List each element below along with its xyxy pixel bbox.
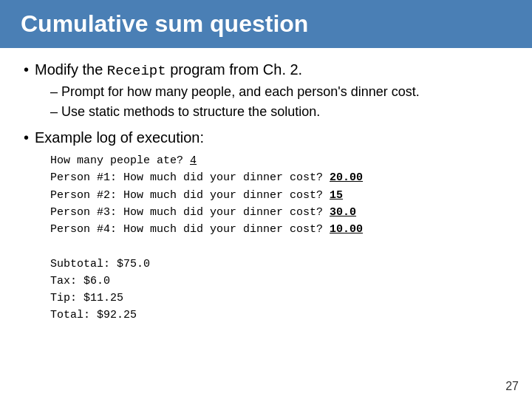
code-line-4-pre: Person #3: How much did your dinner cost… [50,206,330,219]
code-line-3: Person #2: How much did your dinner cost… [50,187,508,204]
bullet-dot-2: • [24,129,29,146]
code-line-3-pre: Person #2: How much did your dinner cost… [50,189,330,202]
code-line-blank [50,238,508,255]
code-line-7: Tax: $6.0 [50,273,508,290]
code-line-3-val: 15 [330,189,343,202]
slide-content: • Modify the Receipt program from Ch. 2.… [0,48,532,377]
sub-bullet-1-1: Prompt for how many people, and each per… [50,82,508,102]
sub-bullets-1: Prompt for how many people, and each per… [50,82,508,122]
bullet-1-main: • Modify the Receipt program from Ch. 2. [24,61,508,79]
code-line-4-val: 30.0 [330,206,356,219]
bullet-2: • Example log of execution: How many peo… [24,129,508,324]
code-line-1-val: 4 [190,154,197,167]
code-line-2-pre: Person #1: How much did your dinner cost… [50,171,330,184]
code-line-8: Tip: $11.25 [50,290,508,307]
page-number: 27 [505,380,519,393]
code-line-1: How many people ate? 4 [50,152,508,169]
slide-footer: 27 [0,377,532,399]
bullet-1: • Modify the Receipt program from Ch. 2.… [24,61,508,122]
slide-title: Cumulative sum question [21,10,511,38]
code-line-9: Total: $92.25 [50,307,508,324]
slide: Cumulative sum question • Modify the Rec… [0,0,532,399]
code-block: How many people ate? 4 Person #1: How mu… [50,152,508,324]
code-line-4: Person #3: How much did your dinner cost… [50,204,508,221]
bullet-2-main: • Example log of execution: [24,129,508,146]
code-line-5-pre: Person #4: How much did your dinner cost… [50,223,330,236]
bullet-2-text: Example log of execution: [35,129,204,146]
bullet-1-text: Modify the Receipt program from Ch. 2. [35,61,302,79]
code-line-5-val: 10.00 [330,223,363,236]
slide-header: Cumulative sum question [0,0,532,48]
code-line-2: Person #1: How much did your dinner cost… [50,169,508,186]
sub-bullet-1-2: Use static methods to structure the solu… [50,102,508,122]
receipt-code: Receipt [107,63,166,79]
bullet-dot-1: • [24,61,29,78]
code-line-1-pre: How many people ate? [50,154,190,167]
code-line-6: Subtotal: $75.0 [50,256,508,273]
code-line-2-val: 20.00 [330,171,363,184]
code-line-5: Person #4: How much did your dinner cost… [50,221,508,238]
bullet-1-suffix: program from Ch. 2. [166,61,303,78]
